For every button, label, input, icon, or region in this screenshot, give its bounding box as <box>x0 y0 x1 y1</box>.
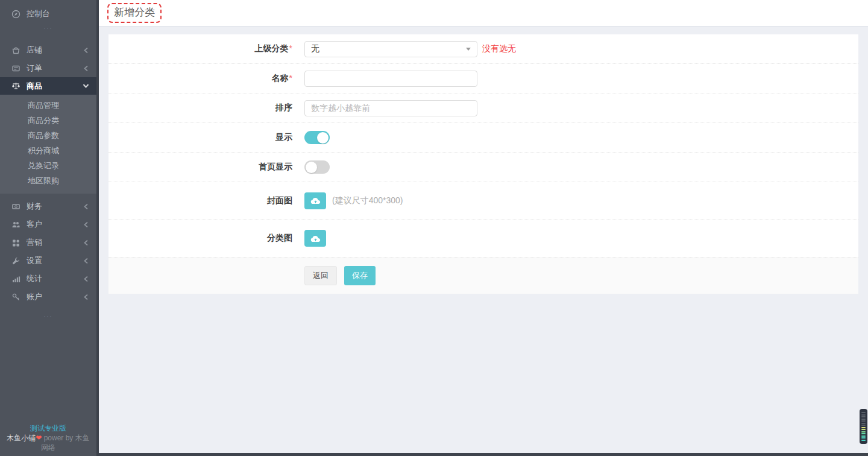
sidebar-item-customers[interactable]: 客户 <box>0 215 96 233</box>
sidebar-item-label: 设置 <box>27 255 82 266</box>
powered-by-text: 木鱼小铺❤ power by 木鱼网络 <box>5 433 92 452</box>
marketing-icon <box>11 238 20 247</box>
back-button[interactable]: 返回 <box>304 266 337 285</box>
form-row-parent-category: 上级分类* 无 没有选无 <box>108 34 858 64</box>
key-icon <box>11 292 20 302</box>
field-label: 名称* <box>108 73 292 84</box>
field-label: 上级分类* <box>108 43 292 54</box>
sidebar-item-label: 店铺 <box>27 45 82 55</box>
sidebar-item-label: 客户 <box>27 219 82 230</box>
sidebar-item-marketing[interactable]: 营销 <box>0 233 96 252</box>
scales-icon <box>11 81 20 91</box>
form-row-cover-image: 封面图 (建议尺寸400*300) <box>108 182 858 220</box>
sidebar-item-shop[interactable]: 店铺 <box>0 41 96 59</box>
parent-category-select[interactable]: 无 <box>304 41 477 57</box>
sidebar-divider: ··· <box>0 23 96 34</box>
form-row-show: 显示 <box>108 123 858 153</box>
version-link[interactable]: 测试专业版 <box>5 423 92 433</box>
sidebar-subitem-goods-params[interactable]: 商品参数 <box>0 128 96 143</box>
form-row-sort: 排序 <box>108 93 858 123</box>
sidebar-item-label: 统计 <box>27 273 82 284</box>
sidebar-item-orders[interactable]: 订单 <box>0 59 96 77</box>
sidebar-subitem-points-mall[interactable]: 积分商城 <box>0 143 96 158</box>
show-toggle[interactable] <box>304 131 330 144</box>
chevron-down-icon <box>466 48 471 51</box>
field-label: 显示 <box>108 132 292 143</box>
chevron-left-icon <box>82 239 89 246</box>
sidebar-item-label: 控制台 <box>27 8 89 19</box>
title-annotation-box: 新增分类 <box>107 3 162 23</box>
chevron-left-icon <box>82 203 89 210</box>
credit-text: power by 木鱼网络 <box>41 434 90 452</box>
sidebar-footer: 测试专业版 木鱼小铺❤ power by 木鱼网络 <box>0 423 96 452</box>
category-image-upload-button[interactable] <box>304 230 326 247</box>
toggle-knob <box>317 132 329 144</box>
size-hint: (建议尺寸400*300) <box>332 195 403 206</box>
field-label: 分类图 <box>108 233 292 244</box>
users-icon <box>11 220 20 229</box>
main-area: 新增分类 上级分类* 无 没有选无 名称* <box>99 0 868 456</box>
sidebar-item-goods[interactable]: 商品 <box>0 77 96 95</box>
required-asterisk: * <box>289 43 292 53</box>
toggle-knob <box>306 162 317 173</box>
page-header: 新增分类 <box>99 0 868 27</box>
cloud-upload-icon <box>310 197 321 204</box>
select-value: 无 <box>311 43 466 54</box>
shop-icon <box>11 45 20 55</box>
sidebar-subitem-region-limit[interactable]: 地区限购 <box>0 173 96 188</box>
sidebar: 控制台 ··· 店铺 订单 商品 商品管理 商品分类 商品参数 积分商城 <box>0 0 99 456</box>
sort-input[interactable] <box>304 100 477 116</box>
chevron-left-icon <box>82 257 89 264</box>
form-actions: 返回 保存 <box>108 257 858 294</box>
required-asterisk: * <box>289 73 292 83</box>
cover-image-upload-button[interactable] <box>304 192 326 209</box>
save-button[interactable]: 保存 <box>344 266 376 285</box>
name-input[interactable] <box>304 71 477 87</box>
content-area: 上级分类* 无 没有选无 名称* 排序 <box>99 27 868 456</box>
sidebar-item-label: 账户 <box>27 291 82 302</box>
chevron-down-icon <box>82 83 89 90</box>
sidebar-subitem-goods-category[interactable]: 商品分类 <box>0 113 96 128</box>
cloud-upload-icon <box>310 235 321 242</box>
wrench-icon <box>11 256 20 265</box>
level-meter-widget <box>860 409 867 444</box>
chart-icon <box>11 274 20 283</box>
field-label: 排序 <box>108 103 292 113</box>
brand-name: 木鱼小铺 <box>7 434 36 442</box>
validation-note: 没有选无 <box>482 43 516 54</box>
form-card: 上级分类* 无 没有选无 名称* 排序 <box>108 34 858 294</box>
heart-icon: ❤ <box>36 434 42 442</box>
sidebar-item-label: 订单 <box>27 63 82 74</box>
goods-submenu: 商品管理 商品分类 商品参数 积分商城 兑换记录 地区限购 <box>0 95 96 194</box>
sidebar-item-settings[interactable]: 设置 <box>0 252 96 270</box>
sidebar-item-finance[interactable]: 财务 <box>0 197 96 215</box>
page-title: 新增分类 <box>114 7 155 18</box>
sidebar-subitem-goods-manage[interactable]: 商品管理 <box>0 98 96 113</box>
chevron-left-icon <box>82 221 89 228</box>
chevron-left-icon <box>82 65 89 72</box>
chevron-left-icon <box>82 275 89 282</box>
sidebar-item-label: 营销 <box>27 237 82 248</box>
sidebar-item-statistics[interactable]: 统计 <box>0 270 96 288</box>
chevron-left-icon <box>82 293 89 300</box>
sidebar-subitem-exchange-records[interactable]: 兑换记录 <box>0 158 96 173</box>
form-row-category-image: 分类图 <box>108 220 858 257</box>
order-icon <box>11 63 20 73</box>
sidebar-item-label: 财务 <box>27 201 82 212</box>
field-label: 封面图 <box>108 195 292 206</box>
sidebar-item-label: 商品 <box>27 81 82 92</box>
compass-icon <box>11 9 20 19</box>
field-label: 首页显示 <box>108 162 292 173</box>
horizontal-scrollbar[interactable] <box>99 453 868 456</box>
homepage-show-toggle[interactable] <box>304 160 330 174</box>
sidebar-item-console[interactable]: 控制台 <box>0 5 96 23</box>
form-row-homepage-show: 首页显示 <box>108 153 858 182</box>
money-icon <box>11 201 20 211</box>
sidebar-item-account[interactable]: 账户 <box>0 288 96 306</box>
chevron-left-icon <box>82 46 89 54</box>
sidebar-divider: ··· <box>0 311 96 321</box>
form-row-name: 名称* <box>108 64 858 93</box>
